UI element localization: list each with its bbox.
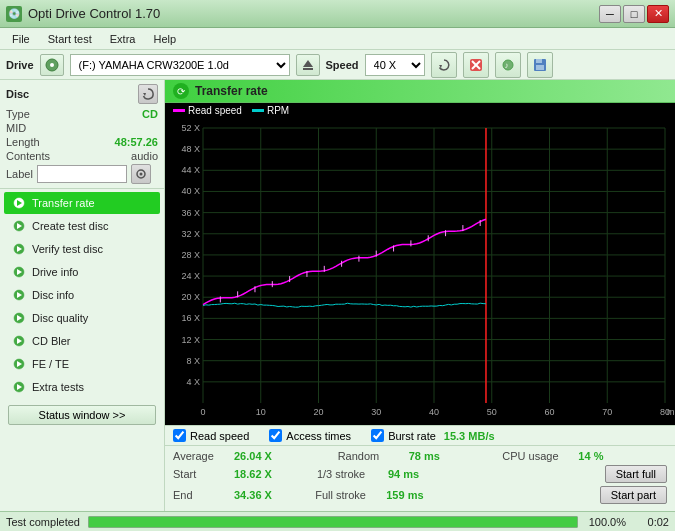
stat-label2-1: 1/3 stroke	[317, 468, 382, 480]
stat-col1-2: End 34.36 X	[173, 489, 315, 501]
nav-icon-create-test-disc	[12, 219, 26, 233]
menu-item-start-test[interactable]: Start test	[40, 31, 100, 47]
chart-icon: ⟳	[173, 83, 189, 99]
nav-label-drive-info: Drive info	[32, 266, 78, 278]
menu-item-extra[interactable]: Extra	[102, 31, 144, 47]
sidebar-item-transfer-rate[interactable]: Transfer rate	[4, 192, 160, 214]
drive-icon-button[interactable]	[40, 54, 64, 76]
nav-icon-disc-quality	[12, 311, 26, 325]
nav-label-extra-tests: Extra tests	[32, 381, 84, 393]
nav-label-transfer-rate: Transfer rate	[32, 197, 95, 209]
minimize-button[interactable]: ─	[599, 5, 621, 23]
menubar: FileStart testExtraHelp	[0, 28, 675, 50]
statusbar: Test completed 100.0% 0:02	[0, 511, 675, 531]
start-btn-1[interactable]: Start full	[605, 465, 667, 483]
status-window-button[interactable]: Status window >>	[8, 405, 156, 425]
svg-point-15	[139, 173, 142, 176]
burst-rate-check-label: Burst rate	[388, 430, 436, 442]
close-button[interactable]: ✕	[647, 5, 669, 23]
svg-marker-13	[143, 93, 146, 96]
stat-col1-1: Start 18.62 X	[173, 468, 317, 480]
sidebar-item-drive-info[interactable]: Drive info	[4, 261, 160, 283]
stat-value3-0: 14 %	[578, 450, 608, 462]
svg-rect-12	[536, 65, 544, 70]
main-content: Disc Type CD MID Length 48:57.26 Content…	[0, 80, 675, 511]
nav-label-verify-test-disc: Verify test disc	[32, 243, 103, 255]
nav-icon-cd-bler	[12, 334, 26, 348]
titlebar-controls: ─ □ ✕	[599, 5, 669, 23]
status-time: 0:02	[634, 516, 669, 528]
nav-section: Transfer rateCreate test discVerify test…	[0, 189, 164, 401]
sidebar-item-extra-tests[interactable]: Extra tests	[4, 376, 160, 398]
stats-area: Average 26.04 X Random 78 ms CPU usage 1…	[165, 446, 675, 511]
start-btn-2[interactable]: Start part	[600, 486, 667, 504]
chart-area	[165, 118, 675, 425]
stats-row-2: End 34.36 X Full stroke 159 ms Start par…	[173, 486, 667, 504]
window-title: Opti Drive Control 1.70	[28, 6, 160, 21]
access-times-checkbox[interactable]	[269, 429, 282, 442]
chart-header: ⟳ Transfer rate	[165, 80, 675, 103]
disc-refresh-button[interactable]	[138, 84, 158, 104]
nav-icon-disc-info	[12, 288, 26, 302]
sidebar-item-disc-info[interactable]: Disc info	[4, 284, 160, 306]
stat-label2-0: Random	[338, 450, 403, 462]
titlebar: 💿 Opti Drive Control 1.70 ─ □ ✕	[0, 0, 675, 28]
eject-button[interactable]	[296, 54, 320, 76]
label-settings-button[interactable]	[131, 164, 151, 184]
chart-legend: Read speedRPM	[165, 103, 675, 118]
type-label: Type	[6, 108, 30, 120]
app-icon: 💿	[6, 6, 22, 22]
svg-marker-2	[303, 60, 313, 67]
speed-label: Speed	[326, 59, 359, 71]
drive-select[interactable]: (F:) YAMAHA CRW3200E 1.0d	[70, 54, 290, 76]
menu-item-file[interactable]: File	[4, 31, 38, 47]
nav-icon-verify-test-disc	[12, 242, 26, 256]
read-speed-checkbox[interactable]	[173, 429, 186, 442]
sidebar-item-create-test-disc[interactable]: Create test disc	[4, 215, 160, 237]
stat-value2-2: 159 ms	[386, 489, 426, 501]
speed-select[interactable]: 40 X	[365, 54, 425, 76]
svg-text:♪: ♪	[504, 61, 508, 70]
nav-label-cd-bler: CD Bler	[32, 335, 71, 347]
stats-row-1: Start 18.62 X 1/3 stroke 94 ms Start ful…	[173, 465, 667, 483]
erase-button[interactable]	[463, 52, 489, 78]
stat-label1-0: Average	[173, 450, 228, 462]
type-value: CD	[142, 108, 158, 120]
progress-percent: 100.0%	[586, 516, 626, 528]
chart-controls: Read speed Access times Burst rate 15.3 …	[165, 425, 675, 446]
stat-col2-1: 1/3 stroke 94 ms	[317, 468, 461, 480]
stat-label1-2: End	[173, 489, 228, 501]
nav-icon-extra-tests	[12, 380, 26, 394]
legend-label: Read speed	[188, 105, 242, 116]
audio-button[interactable]: ♪	[495, 52, 521, 78]
stat-value1-1: 18.62 X	[234, 468, 289, 480]
drive-label: Drive	[6, 59, 34, 71]
nav-label-disc-info: Disc info	[32, 289, 74, 301]
contents-value: audio	[131, 150, 158, 162]
right-panel: ⟳ Transfer rate Read speedRPM Read speed…	[165, 80, 675, 511]
progress-bar	[89, 517, 577, 527]
save-button[interactable]	[527, 52, 553, 78]
svg-rect-3	[303, 68, 313, 70]
legend-item-read-speed: Read speed	[173, 105, 242, 116]
sidebar-item-verify-test-disc[interactable]: Verify test disc	[4, 238, 160, 260]
stat-col3-0: CPU usage 14 %	[502, 450, 667, 462]
length-label: Length	[6, 136, 40, 148]
disc-label-input[interactable]	[37, 165, 127, 183]
stats-row-0: Average 26.04 X Random 78 ms CPU usage 1…	[173, 450, 667, 462]
sidebar-item-fe-te[interactable]: FE / TE	[4, 353, 160, 375]
nav-label-fe-te: FE / TE	[32, 358, 69, 370]
maximize-button[interactable]: □	[623, 5, 645, 23]
sidebar-item-disc-quality[interactable]: Disc quality	[4, 307, 160, 329]
legend-label: RPM	[267, 105, 289, 116]
menu-item-help[interactable]: Help	[145, 31, 184, 47]
burst-rate-checkbox[interactable]	[371, 429, 384, 442]
disc-section: Disc Type CD MID Length 48:57.26 Content…	[0, 80, 164, 189]
read-speed-check-label: Read speed	[190, 430, 249, 442]
sidebar-item-cd-bler[interactable]: CD Bler	[4, 330, 160, 352]
nav-icon-drive-info	[12, 265, 26, 279]
status-text: Test completed	[6, 516, 80, 528]
refresh-button[interactable]	[431, 52, 457, 78]
contents-label: Contents	[6, 150, 50, 162]
stat-value1-0: 26.04 X	[234, 450, 289, 462]
